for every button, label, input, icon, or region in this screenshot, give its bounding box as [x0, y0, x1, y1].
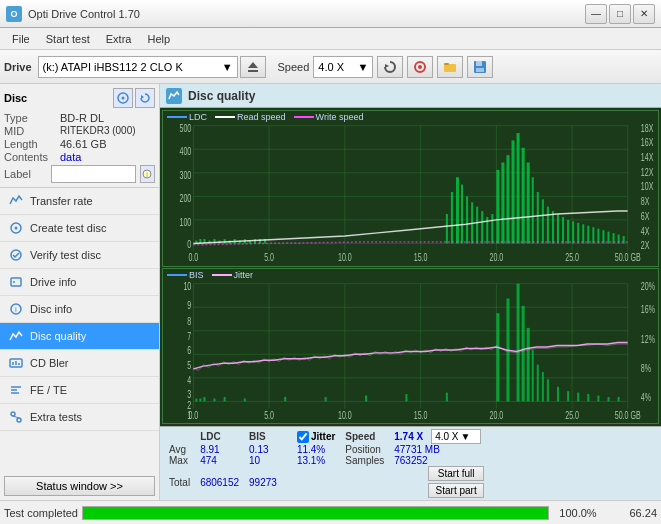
sidebar-item-cd-bler[interactable]: CD Bler	[0, 350, 159, 377]
refresh-button[interactable]	[377, 56, 403, 78]
disc-info-icon: i	[8, 301, 24, 317]
progress-bar-area: Test completed 100.0% 66.24	[0, 500, 661, 524]
svg-rect-81	[451, 192, 453, 244]
status-window-button[interactable]: Status window >>	[4, 476, 155, 496]
svg-text:15.0: 15.0	[414, 409, 428, 421]
svg-text:25.0: 25.0	[565, 252, 579, 264]
length-value: 46.61 GB	[60, 138, 106, 150]
disc-icon-button[interactable]	[113, 88, 133, 108]
speed-val-display: 1.74 X	[389, 429, 428, 444]
eject-button[interactable]	[240, 56, 266, 78]
svg-rect-5	[444, 64, 456, 72]
svg-rect-155	[214, 398, 216, 401]
svg-rect-8	[476, 61, 482, 66]
svg-rect-167	[527, 327, 530, 401]
svg-rect-87	[481, 211, 483, 243]
svg-text:6: 6	[187, 345, 191, 357]
label-icon-button[interactable]: i	[140, 165, 155, 183]
sidebar-item-drive-info[interactable]: Drive info	[0, 269, 159, 296]
svg-rect-109	[592, 227, 594, 243]
svg-text:10.0: 10.0	[338, 252, 352, 264]
svg-rect-157	[244, 398, 246, 401]
app-title: Opti Drive Control 1.70	[28, 8, 140, 20]
upper-chart-svg: 500 400 300 200 100 0 18X 16X 14X 12X 10…	[163, 111, 658, 266]
svg-rect-89	[491, 214, 493, 243]
fe-te-icon	[8, 382, 24, 398]
save-button[interactable]	[467, 56, 493, 78]
settings-button[interactable]	[407, 56, 433, 78]
svg-rect-104	[567, 220, 569, 244]
svg-point-27	[17, 418, 21, 422]
svg-text:10: 10	[183, 280, 191, 292]
jitter-checkbox[interactable]	[297, 431, 309, 443]
sidebar-item-verify-test-disc[interactable]: Verify test disc	[0, 242, 159, 269]
close-button[interactable]: ✕	[633, 4, 655, 24]
svg-rect-105	[572, 221, 574, 243]
svg-rect-80	[446, 214, 448, 243]
menu-start-test[interactable]: Start test	[38, 31, 98, 47]
menu-extra[interactable]: Extra	[98, 31, 140, 47]
sidebar-item-label-transfer-rate: Transfer rate	[30, 195, 93, 207]
label-input[interactable]	[51, 165, 136, 183]
svg-rect-152	[195, 398, 197, 401]
sidebar-item-extra-tests[interactable]: Extra tests	[0, 404, 159, 431]
sidebar-item-fe-te[interactable]: FE / TE	[0, 377, 159, 404]
sidebar-item-transfer-rate[interactable]: Transfer rate	[0, 188, 159, 215]
svg-rect-103	[562, 217, 564, 243]
drive-dropdown[interactable]: (k:) ATAPI iHBS112 2 CLO K ▼	[38, 56, 238, 78]
svg-point-3	[418, 65, 422, 69]
disc-title: Disc	[4, 92, 27, 104]
svg-rect-160	[365, 395, 367, 401]
svg-rect-112	[607, 232, 609, 244]
svg-point-26	[11, 412, 15, 416]
svg-text:500: 500	[179, 122, 191, 134]
svg-rect-156	[224, 397, 226, 401]
folder-button[interactable]	[437, 56, 463, 78]
sidebar-item-label-drive-info: Drive info	[30, 276, 76, 288]
menu-help[interactable]: Help	[139, 31, 178, 47]
main-layout: Disc Type BD-R DL MID RITEKDR3 (000)	[0, 84, 661, 500]
svg-text:0: 0	[187, 239, 191, 251]
svg-text:50.0 GB: 50.0 GB	[615, 252, 641, 264]
disc-quality-header: Disc quality	[160, 84, 661, 108]
speed-dropdown-2[interactable]: 4.0 X ▼	[431, 429, 481, 444]
svg-rect-154	[203, 397, 205, 401]
menu-file[interactable]: File	[4, 31, 38, 47]
sidebar-item-disc-quality[interactable]: Disc quality	[0, 323, 159, 350]
svg-rect-83	[461, 185, 463, 244]
svg-rect-102	[557, 214, 559, 243]
svg-text:300: 300	[179, 169, 191, 181]
position-label: Position	[340, 444, 389, 455]
svg-marker-0	[248, 62, 258, 68]
contents-label: Contents	[4, 151, 56, 163]
verify-test-disc-icon	[8, 247, 24, 263]
svg-text:9: 9	[187, 299, 191, 311]
start-full-button[interactable]: Start full	[428, 466, 484, 481]
disc-reload-button[interactable]	[135, 88, 155, 108]
svg-rect-171	[547, 379, 549, 401]
svg-rect-86	[476, 207, 478, 244]
svg-rect-174	[577, 392, 579, 401]
start-part-button[interactable]: Start part	[428, 483, 484, 498]
app-icon: O	[6, 6, 22, 22]
svg-text:5.0: 5.0	[264, 409, 274, 421]
svg-text:25.0: 25.0	[565, 409, 579, 421]
stats-table: LDC BIS Jitter Speed 1.74 X	[164, 429, 484, 498]
sidebar-item-disc-info[interactable]: i Disc info	[0, 296, 159, 323]
sidebar-item-label-extra-tests: Extra tests	[30, 411, 82, 423]
label-label: Label	[4, 168, 47, 180]
speed-dropdown[interactable]: 4.0 X ▼	[313, 56, 373, 78]
progress-bar-fill	[83, 507, 548, 519]
svg-rect-107	[582, 224, 584, 243]
svg-text:20.0: 20.0	[489, 409, 503, 421]
svg-rect-98	[537, 192, 539, 244]
svg-point-19	[13, 281, 15, 283]
svg-marker-12	[141, 95, 144, 99]
minimize-button[interactable]: —	[585, 4, 607, 24]
maximize-button[interactable]: □	[609, 4, 631, 24]
svg-text:16X: 16X	[641, 137, 654, 149]
sidebar-item-label-disc-info: Disc info	[30, 303, 72, 315]
sidebar-item-create-test-disc[interactable]: Create test disc	[0, 215, 159, 242]
content-area: Disc quality LDC Read speed	[160, 84, 661, 500]
speed-header: Speed	[340, 429, 389, 444]
